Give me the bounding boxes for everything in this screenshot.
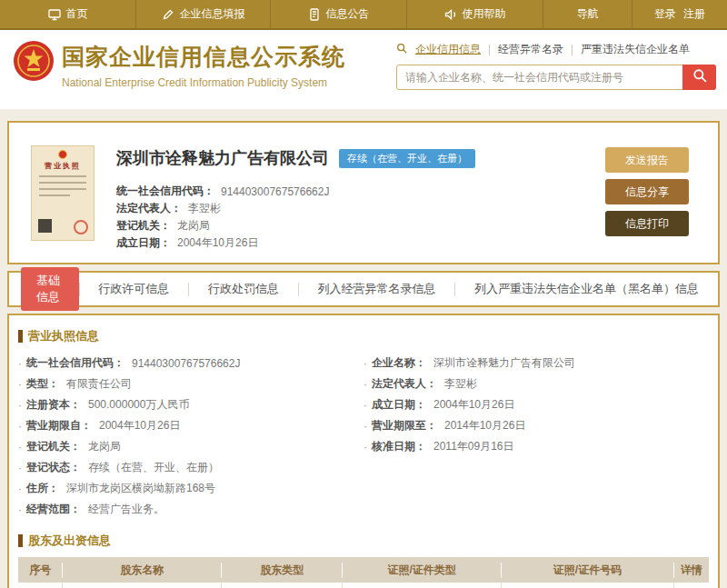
info-value: 龙岗局 (88, 439, 121, 454)
info-value: 李翌彬 (444, 376, 477, 392)
company-name-row: 深圳市诠释魅力广告有限公司 存续（在营、开业、在册） (116, 147, 475, 169)
tab-blacklist[interactable]: 列入严重违法失信企业名单（黑名单）信息 (455, 281, 718, 297)
column-header: 股东类型 (222, 563, 343, 578)
section-title-text: 营业执照信息 (28, 328, 99, 344)
info-row: 核准日期：2011年09月16日 (364, 436, 709, 457)
info-label: 成立日期： (372, 397, 426, 413)
info-row: 营业期限自：2004年10月26日 (18, 415, 364, 436)
info-label: 企业名称： (372, 355, 426, 371)
print-info-button[interactable]: 信息打印 (605, 211, 689, 236)
shareholder-table: 序号 股东名称 股东类型 证照/证件类型 证照/证件号码 详情 (18, 557, 709, 588)
divider (489, 45, 490, 55)
company-key-fields: 统一社会信用代码： 91440300767576662J 法定代表人： 李翌彬 … (116, 183, 329, 252)
search-tab-abnormal-list[interactable]: 经营异常名录 (498, 42, 563, 57)
tab-admin-license[interactable]: 行政许可信息 (79, 281, 188, 297)
field-label: 法定代表人： (116, 201, 182, 216)
info-value: 有限责任公司 (66, 376, 132, 392)
search-input[interactable] (397, 65, 681, 89)
search-icon (692, 68, 707, 86)
info-row: 经营范围：经营广告业务。 (18, 499, 364, 520)
field-label: 登记机关： (116, 218, 171, 234)
search-tab-credit-info[interactable]: 企业信用信息 (415, 42, 481, 57)
column-header: 详情 (674, 563, 709, 578)
nav-item-notice[interactable]: 信息公告 (271, 0, 407, 28)
tab-admin-penalty[interactable]: 行政处罚信息 (189, 281, 298, 297)
info-row: 企业名称：深圳市诠释魅力广告有限公司 (364, 353, 709, 374)
table-row (18, 583, 709, 588)
bulletin-icon (308, 8, 321, 21)
register-link[interactable]: 注册 (683, 6, 705, 22)
section-title-text: 股东及出资信息 (28, 533, 111, 549)
column-header: 证照/证件类型 (343, 563, 502, 578)
field-value: 2004年10月26日 (177, 235, 258, 251)
tab-basic-info[interactable]: 基础信息 (21, 267, 79, 311)
send-report-button[interactable]: 发送报告 (605, 147, 689, 173)
field-value: 龙岗局 (177, 218, 210, 234)
search-tab-blacklist[interactable]: 严重违法失信企业名单 (581, 42, 690, 57)
info-label: 住所： (26, 481, 59, 496)
info-label: 登记状态： (26, 460, 81, 475)
info-label: 统一社会信用代码： (26, 355, 124, 371)
basic-info-panel: 营业执照信息 统一社会信用代码：91440300767576662J 企业名称：… (7, 314, 720, 588)
site-title: 国家企业信用信息公示系统 (62, 42, 345, 72)
tab-abnormal-list[interactable]: 列入经营异常名录信息 (298, 281, 454, 297)
search-box (396, 65, 716, 90)
search-icon (396, 43, 407, 56)
company-summary-card: 营业执照 深圳市诠释魅力广告有限公司 存续（在营、开业、在册） 统一社会信用代码… (7, 121, 720, 264)
nav-item-help[interactable]: 使用帮助 (407, 0, 543, 28)
home-monitor-icon (48, 8, 61, 21)
license-info-section-title: 营业执照信息 (18, 328, 709, 344)
info-value: 500.000000万人民币 (88, 397, 189, 413)
info-label: 法定代表人： (372, 376, 437, 392)
search-button[interactable] (682, 65, 716, 90)
nav-item-label: 使用帮助 (463, 6, 506, 22)
info-value: 2014年10月26日 (444, 418, 525, 434)
info-row: 住所：深圳市龙岗区横岗坳新路168号 (18, 478, 364, 499)
info-label: 注册资本： (26, 397, 81, 413)
business-license-thumbnail[interactable]: 营业执照 (31, 145, 95, 241)
info-label: 经营范围： (26, 502, 81, 517)
search-area: 企业信用信息 经营异常名录 严重违法失信企业名单 (396, 42, 716, 90)
shareholder-section-title: 股东及出资信息 (18, 533, 709, 549)
nav-item-label: 信息公告 (326, 6, 370, 22)
info-value: 深圳市诠释魅力广告有限公司 (433, 355, 575, 371)
info-label: 登记机关： (26, 439, 81, 454)
license-text-line (39, 175, 86, 177)
share-info-button[interactable]: 信息分享 (605, 179, 689, 204)
column-header: 股东名称 (63, 563, 222, 578)
shareholder-table-header: 序号 股东名称 股东类型 证照/证件类型 证照/证件号码 详情 (18, 557, 709, 583)
info-value: 2011年09月16日 (433, 439, 514, 454)
nav-item-label: 企业信息填报 (180, 6, 245, 22)
info-value: 存续（在营、开业、在册） (88, 460, 219, 475)
info-value: 91440300767576662J (132, 357, 240, 370)
field-row: 法定代表人： 李翌彬 (116, 200, 329, 217)
login-link[interactable]: 登录 (654, 6, 676, 22)
license-text-line (39, 194, 70, 196)
company-name: 深圳市诠释魅力广告有限公司 (116, 147, 329, 169)
nav-item-filing[interactable]: 企业信息填报 (136, 0, 271, 28)
field-label: 统一社会信用代码： (116, 184, 214, 199)
info-label: 营业期限自： (26, 418, 92, 434)
info-row: 类型：有限责任公司 (18, 374, 364, 394)
nav-item-label: 导航 (577, 6, 599, 22)
field-row: 成立日期： 2004年10月26日 (116, 234, 329, 252)
info-value: 深圳市龙岗区横岗坳新路168号 (66, 481, 215, 496)
field-row: 统一社会信用代码： 91440300767576662J (116, 183, 329, 200)
top-nav-bar: 首页 企业信息填报 信息公告 使用帮助 导航 登录 注册 (0, 0, 727, 30)
national-emblem-logo (13, 40, 55, 85)
field-value: 91440300767576662J (221, 185, 329, 198)
info-label: 类型： (26, 376, 59, 392)
nav-item-navigation[interactable]: 导航 (543, 0, 632, 28)
pen-icon (162, 8, 174, 21)
info-value: 经营广告业务。 (88, 502, 164, 517)
info-value: 2004年10月26日 (99, 418, 180, 434)
nav-item-home[interactable]: 首页 (0, 0, 136, 28)
brand-block: 国家企业信用信息公示系统 National Enterprise Credit … (62, 42, 345, 89)
auth-links: 登录 注册 (632, 0, 727, 28)
license-red-stamp (74, 220, 88, 234)
info-row: 注册资本：500.000000万人民币 (18, 394, 364, 415)
info-row: 统一社会信用代码：91440300767576662J (18, 353, 364, 374)
column-header: 证照/证件号码 (502, 563, 674, 578)
info-label: 核准日期： (372, 439, 426, 454)
speaker-icon (444, 8, 457, 21)
